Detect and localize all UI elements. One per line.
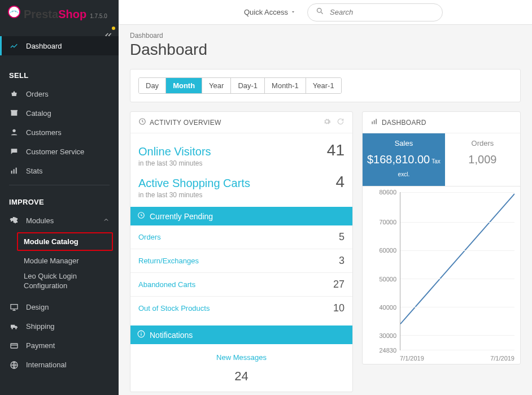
- svg-point-3: [12, 129, 15, 132]
- bar-chart-icon: [370, 118, 378, 127]
- chat-icon: [9, 147, 19, 156]
- quick-access-dropdown[interactable]: Quick Access: [244, 8, 296, 16]
- nav-label: Orders: [26, 90, 49, 98]
- pending-abandoned-val: 27: [333, 279, 345, 290]
- pending-title: Currently Pending: [150, 212, 213, 221]
- y-tick: 50000: [379, 276, 396, 283]
- nav-design[interactable]: Design: [0, 298, 119, 317]
- nav-label: Design: [26, 303, 49, 311]
- y-tick: 40000: [379, 304, 396, 311]
- topbar: Quick Access: [119, 0, 532, 25]
- info-icon: [137, 330, 145, 340]
- pending-orders-val: 5: [339, 231, 345, 243]
- nav-label: Customer Service: [26, 147, 84, 156]
- refresh-icon[interactable]: [337, 118, 345, 127]
- online-visitors-link[interactable]: Online Visitors: [138, 145, 211, 158]
- nav-module-manager[interactable]: Module Manager: [0, 253, 119, 268]
- sales-chart: 80600700006000050000400003000024830 7/1/…: [368, 192, 514, 362]
- tab-orders[interactable]: Orders 1,009: [445, 133, 520, 186]
- nav-dashboard[interactable]: Dashboard: [0, 36, 119, 55]
- active-carts-link[interactable]: Active Shopping Carts: [138, 177, 250, 190]
- nav-leo-quick-login[interactable]: Leo Quick Login Configuration: [0, 268, 119, 294]
- tab-sales-value: $168,810.00Tax excl.: [367, 153, 441, 179]
- svg-rect-4: [11, 171, 12, 173]
- card-icon: [9, 341, 19, 350]
- breadcrumb: Dashboard: [130, 32, 521, 40]
- online-visitors-value: 41: [327, 141, 345, 159]
- pending-returns-val: 3: [339, 255, 345, 267]
- circle-arrow-icon: [137, 211, 145, 221]
- store-icon: [9, 108, 19, 118]
- period-month[interactable]: Month: [166, 78, 202, 93]
- active-carts-value: 4: [335, 173, 345, 191]
- pending-oos-val: 10: [333, 302, 345, 314]
- nav-label: Customers: [26, 128, 62, 137]
- period-year1[interactable]: Year-1: [306, 78, 341, 93]
- card-title: ACTIVITY OVERVIEW: [150, 119, 221, 127]
- nav-module-catalog[interactable]: Module Catalog: [17, 232, 113, 251]
- period-month1[interactable]: Month-1: [265, 78, 306, 93]
- tab-orders-label: Orders: [450, 139, 516, 147]
- nav-modules[interactable]: Modules: [0, 211, 119, 230]
- nav-label: Payment: [26, 341, 55, 350]
- nav-label: International: [26, 361, 67, 369]
- nav-payment[interactable]: Payment: [0, 336, 119, 355]
- active-carts-sub: in the last 30 minutes: [138, 191, 345, 199]
- period-day[interactable]: Day: [139, 78, 166, 93]
- section-sell: SELL: [0, 63, 119, 84]
- tab-sales[interactable]: Sales $168,810.00Tax excl.: [363, 133, 445, 186]
- svg-rect-5: [14, 169, 15, 173]
- nav-catalog[interactable]: Catalog: [0, 103, 119, 123]
- nav-customers[interactable]: Customers: [0, 123, 119, 142]
- y-tick: 80600: [379, 189, 396, 196]
- new-messages-link[interactable]: New Messages: [216, 353, 267, 362]
- stats-icon: [9, 166, 19, 175]
- new-messages-value: 24: [138, 369, 345, 384]
- basket-icon: [9, 89, 19, 98]
- pending-list: Orders5 Return/Exchanges3 Abandoned Cart…: [130, 225, 352, 320]
- truck-icon: [9, 322, 19, 331]
- svg-rect-17: [141, 332, 141, 333]
- nav-shipping[interactable]: Shipping: [0, 317, 119, 336]
- pending-orders[interactable]: Orders: [138, 233, 161, 241]
- svg-rect-10: [11, 344, 18, 348]
- puzzle-icon: [9, 216, 19, 225]
- pending-abandoned[interactable]: Abandoned Carts: [138, 280, 195, 289]
- section-improve: IMPROVE: [0, 190, 119, 211]
- nav-stats[interactable]: Stats: [0, 161, 119, 180]
- pending-oos[interactable]: Out of Stock Products: [138, 304, 210, 312]
- chevron-up-icon: [103, 216, 110, 225]
- svg-rect-19: [374, 120, 375, 124]
- quick-access-label: Quick Access: [244, 8, 288, 16]
- x-tick-right: 7/1/2019: [490, 355, 514, 362]
- y-tick: 30000: [379, 332, 396, 339]
- svg-point-9: [15, 328, 17, 329]
- nav-label: Shipping: [26, 322, 55, 331]
- y-tick: 60000: [379, 247, 396, 254]
- pending-row: Orders5: [130, 225, 352, 249]
- period-selector: Day Month Year Day-1 Month-1 Year-1: [130, 69, 521, 102]
- card-title: DASHBOARD: [382, 119, 426, 127]
- svg-rect-20: [376, 119, 377, 124]
- search-box[interactable]: [307, 3, 443, 21]
- tab-sales-label: Sales: [367, 139, 441, 147]
- nav-orders[interactable]: Orders: [0, 84, 119, 103]
- nav-customer-service[interactable]: Customer Service: [0, 142, 119, 161]
- activity-overview-card: ACTIVITY OVERVIEW Online Visitors 41: [130, 111, 353, 392]
- period-day1[interactable]: Day-1: [231, 78, 265, 93]
- svg-rect-6: [16, 168, 17, 174]
- pending-row: Abandoned Carts27: [130, 273, 352, 297]
- brand-logo: PrestaShop 1.7.5.0: [6, 6, 107, 21]
- search-input[interactable]: [330, 8, 434, 16]
- search-icon: [316, 7, 324, 18]
- x-tick-left: 7/1/2019: [400, 355, 424, 362]
- pending-returns[interactable]: Return/Exchanges: [138, 257, 199, 265]
- svg-line-21: [400, 194, 514, 324]
- trend-icon: [9, 41, 19, 50]
- svg-point-0: [8, 6, 20, 18]
- notifications-header: Notifications: [130, 325, 352, 344]
- period-year[interactable]: Year: [202, 78, 231, 93]
- nav-international[interactable]: International: [0, 355, 119, 375]
- online-visitors-sub: in the last 30 minutes: [138, 159, 345, 167]
- gear-icon[interactable]: [323, 118, 331, 127]
